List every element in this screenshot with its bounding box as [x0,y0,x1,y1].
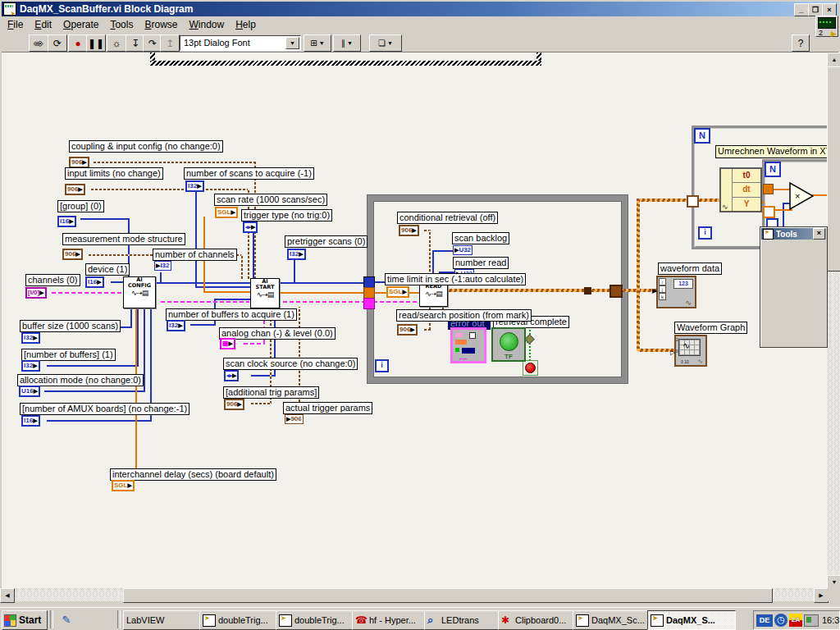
diagram-label[interactable]: input limits (no change) [65,167,163,180]
get-waveform-components-node[interactable]: ∿ t0 dt Y [719,167,762,212]
diagram-label[interactable]: scan backlog [452,232,509,244]
keyboard-layout-indicator[interactable]: DE [756,614,773,627]
waveform-data-label[interactable]: waveform data [658,262,722,275]
indicator-terminal-cluster[interactable]: ▶906 [285,414,304,424]
diagram-label[interactable]: trigger type (no trig:0) [241,209,332,221]
indicator-terminal-I32[interactable]: ▶I32 [154,261,171,271]
menu-item-browse[interactable]: Browse [139,16,183,33]
while-loop-iteration-terminal[interactable]: i [375,359,389,372]
diagram-label[interactable]: number of channels [153,249,237,261]
control-terminal-cluster[interactable]: 906▶ [69,157,89,168]
menu-item-window[interactable]: Window [183,16,230,33]
loop-condition-stop-button[interactable] [523,360,538,376]
control-terminal-I16[interactable]: I16▶ [85,276,104,288]
waveform-data-indicator[interactable]: ▶ i j k 123 ∿ [656,276,696,308]
abort-button[interactable]: ● [68,34,88,52]
scroll-left-icon[interactable]: ◀ [0,588,15,603]
control-terminal-enum[interactable]: ◂▸▶ [243,221,258,233]
for-loop-count-terminal[interactable]: N [765,162,781,177]
for-loop-iteration-terminal[interactable]: i [698,226,712,240]
diagram-label[interactable]: coupling & input config (no change:0) [69,140,223,153]
diagram-label[interactable]: [number of AMUX boards] (no change:-1) [20,403,189,415]
control-terminal-I32[interactable]: I32▶ [21,360,40,372]
control-terminal-cluster[interactable]: 906▶ [224,399,244,410]
menu-item-edit[interactable]: Edit [29,16,57,33]
error-out-indicator[interactable]: ⌐⌐ [450,327,486,363]
control-terminal-I32[interactable]: I32▶ [21,332,40,344]
ai-read-node[interactable]: READ ∿⇢▤ [419,283,448,307]
diagram-label[interactable]: analog chan (-) & level (0.0) [219,327,336,340]
diagram-label[interactable]: [number of buffers] (1) [21,349,116,361]
scheduler-tray-icon[interactable]: ◷ [774,614,788,627]
taskbar-task-5[interactable]: Clipboard0... [498,610,576,630]
quick-launch-icon[interactable]: ✎ [57,611,75,628]
horizontal-scrollbar-thumb[interactable] [123,588,773,603]
diagram-label[interactable]: buffer size (1000 scans) [20,320,121,332]
diagram-label[interactable]: channels (0) [25,274,80,286]
diagram-label[interactable]: time limit in sec (-1:auto calculate) [385,273,526,285]
diagram-label[interactable]: read/search position (from mark) [396,309,532,322]
taskbar-task-6[interactable]: DaqMX_Sc... [573,610,651,630]
step-out-button[interactable]: ↥ [160,34,180,52]
taskbar-task-0[interactable]: LabVIEW [123,610,203,630]
indicator-terminal-U32[interactable]: ▶U32 [453,245,472,255]
taskbar-task-2[interactable]: doubleTrig... [276,610,355,630]
control-terminal-pinkc[interactable]: ▦▶ [220,338,235,349]
close-button[interactable]: × [822,3,837,16]
diagram-label[interactable]: scan clock source (no change:0) [223,358,358,370]
control-terminal-I16[interactable]: I16▶ [21,415,40,427]
for-loop-count-terminal[interactable]: N [694,128,710,144]
menu-item-file[interactable]: File [2,16,29,33]
reorder-dropdown[interactable]: ❏▼ [369,34,402,52]
diagram-label[interactable]: conditional retrieval (off) [397,212,498,224]
zonealarm-tray-icon[interactable]: ZA [789,614,802,627]
diagram-label[interactable]: pretrigger scans (0) [285,235,368,248]
vertical-scrollbar-thumb[interactable] [827,66,840,272]
tools-palette-titlebar[interactable]: Tools × [761,228,826,240]
menu-item-operate[interactable]: Operate [57,16,104,33]
control-terminal-I16[interactable]: I16▶ [57,216,76,227]
chevron-down-icon[interactable]: ▼ [285,37,299,49]
diagram-label[interactable]: device (1) [85,263,130,276]
waveform-graph-indicator[interactable]: ▷ ∿ 2 0 0 10 ∿ [674,335,707,367]
ai-config-node[interactable]: AI CONFIG ∿⇢▤ [123,276,156,308]
control-terminal-I32[interactable]: I32▶ [167,320,185,331]
highlight-execution-button[interactable]: ☼ [107,34,126,52]
diagram-label[interactable]: [additional trig params] [223,386,319,399]
control-terminal-cluster[interactable]: 906▶ [62,249,83,260]
diagram-label[interactable]: number of buffers to acquire (1) [166,308,297,321]
diagram-label[interactable]: number read [453,257,509,269]
vi-icon-button[interactable]: 2 ▶ [815,16,838,37]
control-terminal-I32[interactable]: I32▶ [185,180,204,192]
taskbar-task-4[interactable]: LEDtrans [424,610,501,630]
free-label[interactable]: Umrechnen Waveform in XY [715,145,831,158]
control-terminal-enum[interactable]: ◂▸▶ [224,370,239,381]
diagram-label[interactable]: actual trigger params [283,402,372,414]
diagram-label[interactable]: scan rate (1000 scans/sec) [214,194,327,206]
remove-hardware-tray-icon[interactable] [804,614,819,627]
minimize-button[interactable]: _ [794,3,809,16]
control-terminal-cluster[interactable]: 906▶ [399,225,419,236]
menu-item-tools[interactable]: Tools [104,16,139,33]
diagram-label[interactable]: measurement mode structure [62,233,185,245]
diagram-label[interactable]: number of scans to acquire (-1) [184,167,314,180]
control-terminal-U16[interactable]: U16▶ [19,386,40,397]
multiply-node[interactable]: × [789,182,814,210]
taskbar-task-1[interactable]: doubleTrig... [199,610,279,630]
control-terminal-I32[interactable]: I32▶ [287,249,306,260]
font-selector[interactable]: 13pt Dialog Font ▼ [180,35,301,51]
retrieval-complete-indicator[interactable]: TF [491,327,526,362]
control-terminal-SGL[interactable]: SGL▶ [215,207,238,218]
restore-button[interactable]: ❐ [808,3,823,16]
menu-item-help[interactable]: Help [230,16,262,33]
taskbar-task-7[interactable]: DaqMX_S... [647,610,736,630]
ai-start-node[interactable]: AI START ∿⇢▤ [250,278,280,308]
diagram-label[interactable]: [group] (0) [57,200,104,212]
taskbar-task-3[interactable]: hf - Hyper... [352,610,427,630]
control-terminal-io[interactable]: [I/0]▶ [25,287,47,299]
run-continuously-button[interactable]: ⟳ [48,34,67,52]
diagram-label[interactable]: interchannel delay (secs) (board default… [110,468,276,481]
align-objects-dropdown[interactable]: ⊞▼ [304,34,331,52]
distribute-objects-dropdown[interactable]: ∥▼ [333,34,361,52]
scroll-up-icon[interactable]: ▲ [827,52,840,67]
